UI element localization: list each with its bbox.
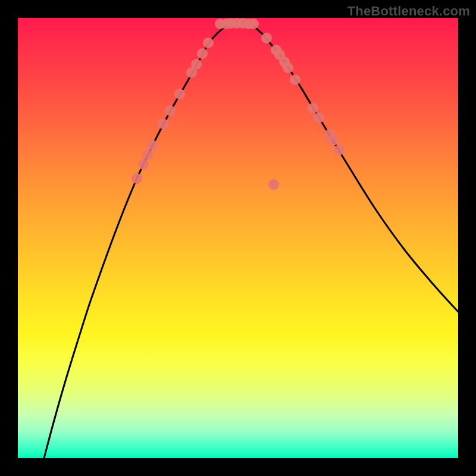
marker-point	[197, 48, 208, 59]
marker-point	[324, 129, 335, 140]
marker-point	[203, 37, 214, 48]
chart-frame: TheBottleneck.com	[0, 0, 476, 476]
marker-point	[174, 89, 185, 99]
bottleneck-curve	[44, 22, 458, 458]
marker-point	[283, 62, 293, 73]
marker-point	[138, 159, 149, 170]
marker-point	[308, 103, 318, 114]
marker-point	[191, 59, 202, 70]
marker-point	[290, 74, 300, 85]
marker-point	[147, 140, 158, 151]
curve-markers	[131, 18, 345, 190]
marker-point	[142, 149, 153, 160]
marker-point	[334, 145, 345, 155]
marker-point	[158, 118, 168, 129]
marker-point	[261, 33, 272, 43]
marker-point	[131, 173, 142, 184]
marker-point	[268, 179, 279, 190]
plot-area	[18, 18, 458, 458]
marker-point	[165, 105, 176, 116]
marker-point	[248, 18, 259, 29]
marker-point	[314, 112, 324, 123]
watermark-text: TheBottleneck.com	[347, 4, 470, 19]
curve-svg	[18, 18, 458, 458]
